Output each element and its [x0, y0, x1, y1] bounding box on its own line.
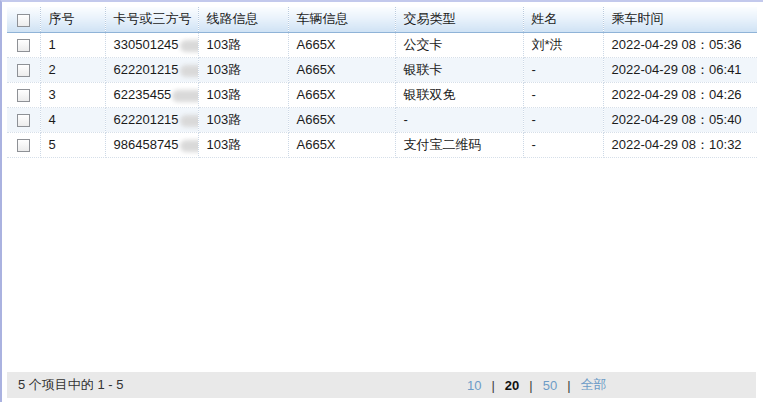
page-size-50[interactable]: 50	[543, 378, 557, 393]
transactions-panel: 序号 卡号或三方号 线路信息 车辆信息 交易类型 姓名 乘车时间 1 33050…	[0, 0, 763, 402]
row-checkbox-cell	[7, 107, 40, 132]
cell-name: -	[523, 107, 603, 132]
card-number: 330501245	[114, 37, 179, 52]
pager-separator: |	[529, 378, 532, 393]
card-number: 622201215	[114, 112, 179, 127]
pager-separator: |	[491, 378, 494, 393]
cell-type: 公交卡	[395, 32, 523, 57]
table-row[interactable]: 3 62235455 103路 A665X 银联双免 - 2022-04-29 …	[7, 82, 757, 107]
cell-card: 622201215	[105, 57, 198, 82]
page-size-20: 20	[505, 378, 519, 393]
row-checkbox[interactable]	[17, 114, 30, 127]
cell-line: 103路	[198, 57, 288, 82]
cell-name: -	[523, 82, 603, 107]
cell-card: 622201215	[105, 107, 198, 132]
cell-time: 2022-04-29 08：05:40	[603, 107, 757, 132]
table-row[interactable]: 2 622201215 103路 A665X 银联卡 - 2022-04-29 …	[7, 57, 757, 82]
table-row[interactable]: 5 986458745 103路 A665X 支付宝二维码 - 2022-04-…	[7, 132, 757, 157]
header-cell-time: 乘车时间	[603, 7, 757, 32]
cell-type: 支付宝二维码	[395, 132, 523, 157]
redaction-blur	[180, 140, 198, 152]
page-size-all[interactable]: 全部	[581, 376, 607, 394]
header-cell-card: 卡号或三方号	[105, 7, 198, 32]
header-cell-type: 交易类型	[395, 7, 523, 32]
cell-line: 103路	[198, 132, 288, 157]
row-checkbox[interactable]	[17, 89, 30, 102]
cell-time: 2022-04-29 08：04:26	[603, 82, 757, 107]
cell-type: 银联卡	[395, 57, 523, 82]
cell-name: 刘*洪	[523, 32, 603, 57]
cell-line: 103路	[198, 32, 288, 57]
cell-type: -	[395, 107, 523, 132]
cell-vehicle: A665X	[288, 82, 395, 107]
row-checkbox-cell	[7, 57, 40, 82]
cell-card: 62235455	[105, 82, 198, 107]
pager-separator: |	[567, 378, 570, 393]
redaction-blur	[180, 40, 198, 52]
page-size-selector: 10 | 20 | 50 | 全部	[467, 372, 607, 398]
table-body: 1 330501245 103路 A665X 公交卡 刘*洪 2022-04-2…	[7, 32, 757, 157]
table-row[interactable]: 4 622201215 103路 A665X - - 2022-04-29 08…	[7, 107, 757, 132]
card-number: 62235455	[114, 87, 172, 102]
redaction-blur	[172, 90, 198, 102]
cell-name: -	[523, 132, 603, 157]
row-checkbox-cell	[7, 82, 40, 107]
cell-index: 5	[40, 132, 105, 157]
cell-card: 986458745	[105, 132, 198, 157]
header-cell-checkbox	[7, 7, 40, 32]
cell-vehicle: A665X	[288, 107, 395, 132]
header-cell-index: 序号	[40, 7, 105, 32]
items-summary: 5 个项目中的 1 - 5	[18, 376, 123, 394]
cell-line: 103路	[198, 107, 288, 132]
card-number: 622201215	[114, 62, 179, 77]
cell-index: 4	[40, 107, 105, 132]
cell-name: -	[523, 57, 603, 82]
header-cell-name: 姓名	[523, 7, 603, 32]
row-checkbox-cell	[7, 132, 40, 157]
page-size-10[interactable]: 10	[467, 378, 481, 393]
table-row[interactable]: 1 330501245 103路 A665X 公交卡 刘*洪 2022-04-2…	[7, 32, 757, 57]
cell-vehicle: A665X	[288, 132, 395, 157]
row-checkbox[interactable]	[17, 39, 30, 52]
status-bar: 5 个项目中的 1 - 5 10 | 20 | 50 | 全部	[7, 372, 756, 398]
select-all-checkbox[interactable]	[17, 14, 30, 27]
header-cell-line: 线路信息	[198, 7, 288, 32]
cell-vehicle: A665X	[288, 57, 395, 82]
row-checkbox[interactable]	[17, 64, 30, 77]
cell-card: 330501245	[105, 32, 198, 57]
table-header-row: 序号 卡号或三方号 线路信息 车辆信息 交易类型 姓名 乘车时间	[7, 7, 757, 32]
card-number: 986458745	[114, 137, 179, 152]
redaction-blur	[180, 65, 198, 77]
cell-vehicle: A665X	[288, 32, 395, 57]
row-checkbox[interactable]	[17, 139, 30, 152]
redaction-blur	[180, 115, 198, 127]
header-cell-vehicle: 车辆信息	[288, 7, 395, 32]
cell-index: 1	[40, 32, 105, 57]
transactions-table: 序号 卡号或三方号 线路信息 车辆信息 交易类型 姓名 乘车时间 1 33050…	[7, 7, 757, 158]
cell-type: 银联双免	[395, 82, 523, 107]
cell-time: 2022-04-29 08：06:41	[603, 57, 757, 82]
cell-index: 3	[40, 82, 105, 107]
row-checkbox-cell	[7, 32, 40, 57]
cell-index: 2	[40, 57, 105, 82]
cell-line: 103路	[198, 82, 288, 107]
cell-time: 2022-04-29 08：10:32	[603, 132, 757, 157]
cell-time: 2022-04-29 08：05:36	[603, 32, 757, 57]
